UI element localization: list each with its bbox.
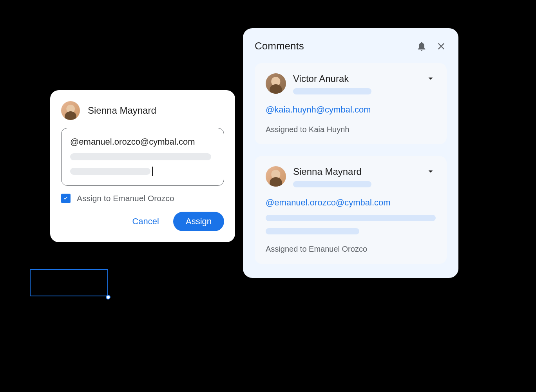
cancel-button[interactable]: Cancel: [127, 212, 163, 230]
cell-selection-outline: [30, 269, 108, 296]
comment-body: @kaia.huynh@cymbal.com: [266, 105, 436, 115]
comment-author: Sienna Maynard: [293, 166, 418, 177]
mention-link[interactable]: @kaia.huynh@cymbal.com: [266, 105, 436, 115]
comment-compose-card: Sienna Maynard @emanuel.orozco@cymbal.co…: [50, 90, 235, 242]
comment-body: @emanuel.orozco@cymbal.com: [266, 198, 436, 234]
chevron-down-icon[interactable]: [426, 166, 436, 176]
assign-button[interactable]: Assign: [173, 212, 224, 231]
comments-panel: Comments Victor Anurak @kaia.huy: [243, 28, 458, 278]
assigned-to-label: Assigned to Kaia Huynh: [266, 125, 436, 134]
notifications-icon[interactable]: [416, 41, 427, 52]
assign-checkbox[interactable]: [61, 194, 71, 203]
cell-selection-handle[interactable]: [106, 295, 110, 299]
placeholder-line: [70, 167, 215, 176]
text-cursor: [152, 167, 153, 176]
comments-panel-header: Comments: [255, 40, 447, 52]
assign-label: Assign to Emanuel Orozco: [77, 194, 174, 203]
placeholder-bar: [70, 153, 211, 160]
avatar: [61, 101, 80, 120]
comment-input[interactable]: @emanuel.orozco@cymbal.com: [61, 128, 224, 186]
comment-head: Victor Anurak: [266, 73, 436, 94]
comments-panel-title: Comments: [255, 40, 407, 52]
placeholder-bar: [266, 228, 359, 234]
mention-link[interactable]: @emanuel.orozco@cymbal.com: [266, 198, 436, 208]
assign-checkbox-row: Assign to Emanuel Orozco: [61, 194, 224, 203]
compose-actions: Cancel Assign: [61, 212, 224, 231]
placeholder-bar: [70, 168, 150, 175]
assigned-to-label: Assigned to Emanuel Orozco: [266, 245, 436, 254]
avatar: [266, 73, 286, 94]
placeholder-bar: [266, 215, 436, 221]
mention-text: @emanuel.orozco@cymbal.com: [70, 137, 215, 147]
placeholder-bar: [293, 181, 371, 187]
comment-thread[interactable]: Victor Anurak @kaia.huynh@cymbal.com Ass…: [255, 63, 447, 144]
close-icon[interactable]: [436, 41, 447, 52]
placeholder-line: [70, 153, 215, 160]
check-icon: [62, 195, 69, 202]
comment-head: Sienna Maynard: [266, 166, 436, 187]
compose-author-name: Sienna Maynard: [88, 105, 156, 116]
compose-header: Sienna Maynard: [61, 101, 224, 120]
chevron-down-icon[interactable]: [426, 73, 436, 83]
comment-thread[interactable]: Sienna Maynard @emanuel.orozco@cymbal.co…: [255, 156, 447, 264]
avatar: [266, 166, 286, 187]
placeholder-bar: [293, 88, 371, 94]
comment-author: Victor Anurak: [293, 73, 418, 84]
